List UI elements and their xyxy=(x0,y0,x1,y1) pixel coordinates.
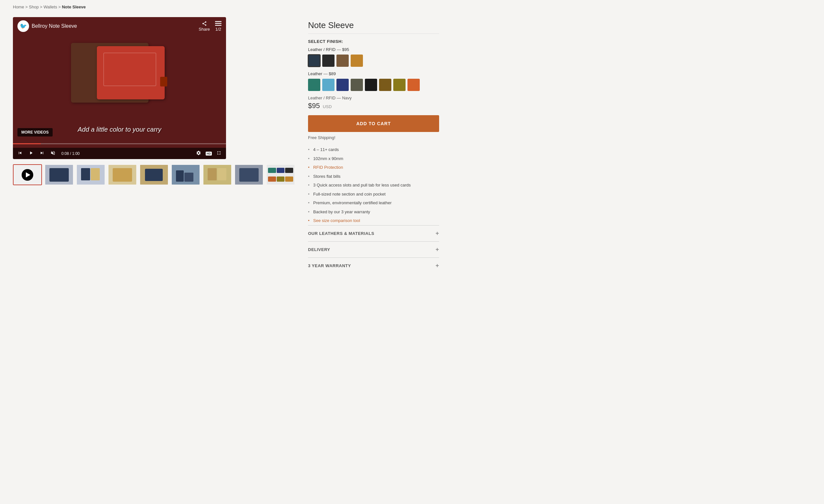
wallet-front-panel xyxy=(97,46,165,99)
leather-group-label: Leather — $89 xyxy=(308,71,439,76)
free-shipping-label: Free Shipping! xyxy=(308,135,439,140)
swatch-tan[interactable] xyxy=(336,54,349,67)
left-column: 🐦 Bellroy Note Sleeve Share xyxy=(13,17,295,274)
video-top-bar: 🐦 Bellroy Note Sleeve Share xyxy=(13,17,226,35)
currency-code: USD xyxy=(323,104,332,109)
breadcrumb-wallets[interactable]: Wallets xyxy=(43,5,57,9)
add-to-cart-button[interactable]: ADD TO CART xyxy=(308,115,439,132)
mute-button[interactable] xyxy=(49,150,57,157)
leather-swatches xyxy=(308,79,439,91)
accordion-leathers: OUR LEATHERS & MATERIALS + xyxy=(308,225,439,241)
wallet-tab xyxy=(160,77,167,87)
accordion-leathers-header[interactable]: OUR LEATHERS & MATERIALS + xyxy=(308,230,439,237)
swatch-caramel[interactable] xyxy=(351,54,363,67)
video-top-controls: Share 1/2 xyxy=(199,21,221,32)
swatch-black[interactable] xyxy=(322,54,334,67)
video-brand: 🐦 Bellroy Note Sleeve xyxy=(17,20,77,32)
thumb-6[interactable] xyxy=(203,164,232,185)
finish-group-rfid: Leather / RFID — $95 xyxy=(308,47,439,67)
feature-warranty: Backed by our 3 year warranty xyxy=(308,208,439,217)
rfid-link[interactable]: RFID Protection xyxy=(313,165,343,170)
share-button[interactable]: Share xyxy=(199,21,210,32)
thumb-3[interactable] xyxy=(108,164,137,185)
feature-note: Full-sized note section and coin pocket xyxy=(308,190,439,199)
breadcrumb-shop[interactable]: Shop xyxy=(29,5,39,9)
rfid-group-label: Leather / RFID — $95 xyxy=(308,47,439,52)
feature-bills: Stores flat bills xyxy=(308,172,439,181)
fullscreen-button[interactable] xyxy=(215,150,223,157)
title-divider xyxy=(308,33,439,34)
video-tagline: Add a little color to your carry xyxy=(13,126,226,133)
accordion-warranty-plus: + xyxy=(435,262,439,269)
features-list: 4 – 11+ cards 102mm x 90mm RFID Protecti… xyxy=(308,145,439,225)
share-label: Share xyxy=(199,27,210,32)
accordion-warranty-header[interactable]: 3 YEAR WARRANTY + xyxy=(308,262,439,269)
feature-leather: Premium, environmentally certified leath… xyxy=(308,199,439,208)
finish-group-leather: Leather — $89 xyxy=(308,71,439,91)
svg-rect-2 xyxy=(215,25,221,26)
breadcrumb-current: Note Sleeve xyxy=(62,5,86,9)
wallet-visual xyxy=(65,36,174,114)
page-indicator: 1/2 xyxy=(215,27,221,32)
video-player: 🐦 Bellroy Note Sleeve Share xyxy=(13,17,226,159)
feature-cards: 4 – 11+ cards xyxy=(308,145,439,154)
accordion-warranty-label: 3 YEAR WARRANTY xyxy=(308,263,351,268)
rfid-swatches xyxy=(308,54,439,67)
accordion-delivery: DELIVERY + xyxy=(308,241,439,257)
swatch-teal[interactable] xyxy=(308,79,320,91)
thumb-7[interactable] xyxy=(234,164,264,185)
settings-button[interactable] xyxy=(195,150,202,157)
accordion-leathers-label: OUR LEATHERS & MATERIALS xyxy=(308,231,374,236)
thumb-8[interactable] xyxy=(266,164,295,185)
swatch-slate[interactable] xyxy=(351,79,363,91)
time-display: 0:08 / 1:00 xyxy=(61,151,80,156)
video-menu-button[interactable]: 1/2 xyxy=(215,21,221,32)
select-finish-label: SELECT FINISH: xyxy=(308,39,439,44)
swatch-cobalt[interactable] xyxy=(336,79,349,91)
swatch-charcoal[interactable] xyxy=(365,79,377,91)
accordion-delivery-plus: + xyxy=(435,246,439,253)
product-title: Note Sleeve xyxy=(308,20,439,30)
svg-rect-0 xyxy=(215,21,221,22)
thumb-2[interactable] xyxy=(76,164,105,185)
thumb-5[interactable] xyxy=(171,164,200,185)
accordion-leathers-plus: + xyxy=(435,230,439,237)
swatch-olive[interactable] xyxy=(393,79,406,91)
svg-rect-1 xyxy=(215,23,221,24)
thumb-play[interactable] xyxy=(13,164,42,185)
play-button[interactable] xyxy=(27,150,35,157)
price-value: $95 xyxy=(308,102,320,110)
video-title: Bellroy Note Sleeve xyxy=(32,23,77,29)
thumb-1[interactable] xyxy=(44,164,74,185)
feature-size-tool: See size comparison tool xyxy=(308,216,439,225)
skip-forward-button[interactable] xyxy=(38,150,46,157)
hd-badge: HD xyxy=(206,152,212,155)
thumbnail-strip xyxy=(13,164,295,185)
feature-slots: 3 Quick access slots and pull tab for le… xyxy=(308,181,439,190)
accordion-delivery-label: DELIVERY xyxy=(308,247,330,252)
price-display: $95 USD xyxy=(308,102,439,110)
video-logo: 🐦 xyxy=(17,20,29,32)
thumb-4[interactable] xyxy=(139,164,169,185)
right-column: Note Sleeve SELECT FINISH: Leather / RFI… xyxy=(308,17,439,274)
feature-dimensions: 102mm x 90mm xyxy=(308,154,439,163)
video-progress-bar[interactable] xyxy=(13,143,226,144)
feature-rfid: RFID Protection xyxy=(308,163,439,172)
swatch-sky[interactable] xyxy=(322,79,334,91)
swatch-navy[interactable] xyxy=(308,54,320,67)
breadcrumb-home[interactable]: Home xyxy=(13,5,24,9)
accordion-delivery-header[interactable]: DELIVERY + xyxy=(308,246,439,253)
size-comparison-link[interactable]: See size comparison tool xyxy=(313,218,360,223)
swatch-rust[interactable] xyxy=(407,79,420,91)
breadcrumb: Home > Shop > Wallets > Note Sleeve xyxy=(0,0,824,14)
accordion-warranty: 3 YEAR WARRANTY + xyxy=(308,257,439,274)
video-controls-bar: 0:08 / 1:00 HD xyxy=(13,148,226,159)
swatch-hazel[interactable] xyxy=(379,79,391,91)
selected-product-label: Leather / RFID — Navy xyxy=(308,96,439,100)
video-progress-fill xyxy=(13,143,41,144)
skip-back-button[interactable] xyxy=(16,150,24,157)
